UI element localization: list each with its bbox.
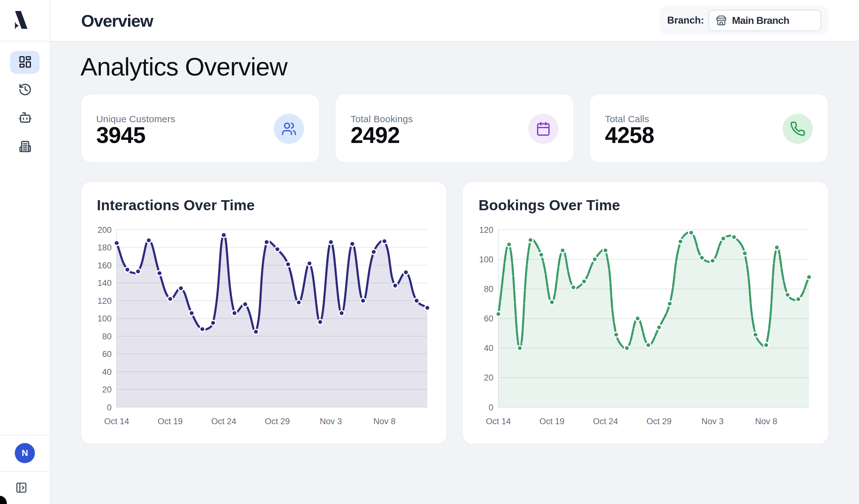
svg-text:Nov 8: Nov 8: [373, 416, 395, 426]
svg-text:80: 80: [102, 332, 111, 341]
svg-text:Nov 3: Nov 3: [702, 416, 724, 426]
svg-text:Oct 24: Oct 24: [211, 416, 237, 426]
svg-text:Nov 3: Nov 3: [320, 416, 342, 426]
svg-text:100: 100: [97, 314, 111, 323]
svg-text:Oct 14: Oct 14: [486, 416, 511, 426]
svg-text:40: 40: [484, 344, 493, 353]
svg-text:120: 120: [97, 296, 111, 306]
svg-text:140: 140: [97, 279, 111, 288]
svg-text:20: 20: [484, 373, 493, 382]
svg-text:80: 80: [484, 284, 493, 294]
svg-text:160: 160: [97, 261, 111, 270]
svg-text:Oct 19: Oct 19: [158, 416, 183, 426]
svg-text:Oct 29: Oct 29: [265, 416, 290, 426]
svg-text:Oct 14: Oct 14: [104, 416, 129, 426]
svg-text:Nov 8: Nov 8: [755, 416, 777, 426]
svg-text:40: 40: [102, 367, 111, 377]
svg-text:Oct 29: Oct 29: [646, 416, 672, 426]
svg-text:0: 0: [107, 403, 111, 412]
svg-text:Oct 24: Oct 24: [593, 416, 618, 426]
svg-text:200: 200: [97, 225, 111, 235]
svg-text:Oct 19: Oct 19: [540, 416, 565, 426]
svg-text:100: 100: [479, 255, 493, 264]
svg-text:0: 0: [488, 403, 493, 412]
svg-text:120: 120: [479, 225, 493, 235]
svg-text:60: 60: [102, 349, 111, 359]
svg-text:180: 180: [97, 243, 111, 252]
svg-text:20: 20: [102, 385, 111, 394]
svg-text:60: 60: [484, 314, 493, 323]
